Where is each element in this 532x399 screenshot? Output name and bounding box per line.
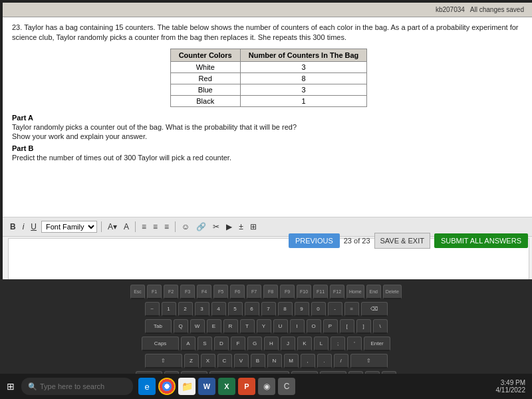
indent-button[interactable]: ≡ bbox=[151, 221, 160, 232]
emoji-button[interactable]: ☺ bbox=[180, 221, 192, 232]
key-f2[interactable]: F2 bbox=[164, 285, 178, 299]
key-f3[interactable]: F3 bbox=[180, 285, 195, 299]
key-f9[interactable]: F9 bbox=[280, 285, 295, 299]
key-w[interactable]: W bbox=[190, 319, 205, 334]
key-v[interactable]: V bbox=[234, 354, 249, 368]
powerpoint-icon[interactable]: P bbox=[238, 378, 255, 395]
key-1[interactable]: 1 bbox=[162, 302, 176, 317]
key-f[interactable]: F bbox=[231, 336, 245, 351]
key-f1[interactable]: F1 bbox=[147, 285, 162, 299]
key-3[interactable]: 3 bbox=[195, 302, 209, 317]
font-family-select[interactable]: Font Family bbox=[41, 221, 97, 233]
key-8[interactable]: 8 bbox=[278, 302, 293, 317]
key-backslash[interactable]: \ bbox=[373, 319, 388, 334]
key-t[interactable]: T bbox=[240, 319, 255, 334]
font-size-button[interactable]: A▾ bbox=[106, 221, 119, 232]
key-q[interactable]: Q bbox=[174, 319, 188, 334]
key-f4[interactable]: F4 bbox=[197, 285, 211, 299]
key-delete[interactable]: Delete bbox=[383, 285, 402, 299]
key-y[interactable]: Y bbox=[257, 319, 271, 334]
key-equals[interactable]: = bbox=[344, 302, 359, 317]
key-5[interactable]: 5 bbox=[228, 302, 243, 317]
key-f12[interactable]: F12 bbox=[330, 285, 344, 299]
key-minus[interactable]: - bbox=[328, 302, 342, 317]
key-o[interactable]: O bbox=[307, 319, 321, 334]
key-n[interactable]: N bbox=[267, 354, 282, 368]
formula-button[interactable]: ± bbox=[237, 221, 245, 232]
key-end[interactable]: End bbox=[366, 285, 381, 299]
key-f6[interactable]: F6 bbox=[230, 285, 245, 299]
cut-button[interactable]: ✂ bbox=[211, 221, 221, 232]
list-button[interactable]: ≡ bbox=[162, 221, 171, 232]
key-esc[interactable]: Esc bbox=[130, 285, 145, 299]
key-tab[interactable]: Tab bbox=[145, 319, 172, 334]
key-comma[interactable]: , bbox=[301, 354, 315, 368]
key-g[interactable]: G bbox=[247, 336, 262, 351]
key-c[interactable]: C bbox=[217, 354, 232, 368]
key-j[interactable]: J bbox=[281, 336, 295, 351]
key-period[interactable]: . bbox=[317, 354, 332, 368]
image-button[interactable]: ▶ bbox=[224, 221, 234, 232]
key-x[interactable]: X bbox=[201, 354, 215, 368]
save-exit-button[interactable]: SAVE & EXIT bbox=[374, 233, 430, 249]
key-lbracket[interactable]: [ bbox=[340, 319, 354, 334]
key-i[interactable]: I bbox=[290, 319, 305, 334]
color-cell: Red bbox=[170, 72, 240, 84]
key-semicolon[interactable]: ; bbox=[331, 336, 345, 351]
underline-button[interactable]: U bbox=[29, 221, 39, 232]
key-7[interactable]: 7 bbox=[261, 302, 276, 317]
excel-icon[interactable]: X bbox=[218, 378, 235, 395]
key-6[interactable]: 6 bbox=[245, 302, 259, 317]
key-tilde[interactable]: ~ bbox=[145, 302, 160, 317]
bold-button[interactable]: B bbox=[8, 221, 18, 232]
chrome-icon[interactable] bbox=[158, 378, 176, 395]
link-button[interactable]: 🔗 bbox=[194, 221, 208, 232]
key-f10[interactable]: F10 bbox=[297, 285, 311, 299]
key-h[interactable]: H bbox=[264, 336, 279, 351]
key-slash[interactable]: / bbox=[334, 354, 348, 368]
key-p[interactable]: P bbox=[323, 319, 338, 334]
key-4[interactable]: 4 bbox=[211, 302, 226, 317]
key-a[interactable]: A bbox=[181, 336, 196, 351]
key-f5[interactable]: F5 bbox=[213, 285, 228, 299]
key-0[interactable]: 0 bbox=[311, 302, 326, 317]
key-caps[interactable]: Caps bbox=[142, 336, 179, 351]
key-m[interactable]: M bbox=[284, 354, 299, 368]
key-z[interactable]: Z bbox=[184, 354, 199, 368]
key-quote[interactable]: ' bbox=[347, 336, 362, 351]
key-l[interactable]: L bbox=[314, 336, 329, 351]
key-d[interactable]: D bbox=[214, 336, 229, 351]
key-enter[interactable]: Enter bbox=[364, 336, 390, 351]
key-u[interactable]: U bbox=[273, 319, 288, 334]
key-f7[interactable]: F7 bbox=[247, 285, 261, 299]
key-2[interactable]: 2 bbox=[178, 302, 193, 317]
key-left-shift[interactable]: ⇧ bbox=[145, 354, 182, 368]
submit-button[interactable]: SUBMIT ALL ANSWERS bbox=[434, 233, 528, 248]
italic-button[interactable]: i bbox=[21, 221, 27, 232]
key-s[interactable]: S bbox=[198, 336, 212, 351]
key-right-shift[interactable]: ⇧ bbox=[350, 354, 388, 368]
search-input[interactable] bbox=[40, 382, 126, 390]
key-r[interactable]: R bbox=[223, 319, 238, 334]
key-k[interactable]: K bbox=[297, 336, 312, 351]
align-left-button[interactable]: ≡ bbox=[140, 221, 148, 232]
word-icon[interactable]: W bbox=[198, 378, 215, 395]
edge-icon[interactable]: e bbox=[138, 378, 156, 395]
key-f8[interactable]: F8 bbox=[263, 285, 278, 299]
key-rbracket[interactable]: ] bbox=[356, 319, 371, 334]
key-e[interactable]: E bbox=[207, 319, 221, 334]
previous-button[interactable]: PREVIOUS bbox=[289, 233, 340, 248]
start-button[interactable]: ⊞ bbox=[3, 380, 19, 393]
taskbar-search-box[interactable]: 🔍 bbox=[21, 378, 133, 395]
file-explorer-icon[interactable]: 📁 bbox=[178, 378, 196, 395]
key-f11[interactable]: F11 bbox=[313, 285, 328, 299]
key-backspace[interactable]: ⌫ bbox=[361, 302, 388, 317]
table-button[interactable]: ⊞ bbox=[248, 221, 259, 232]
font-color-button[interactable]: A bbox=[122, 221, 131, 232]
app-icon-2[interactable]: C bbox=[278, 378, 295, 395]
part-a-instruction: Show your work and explain your answer. bbox=[12, 132, 525, 140]
app-icon-1[interactable]: ◉ bbox=[258, 378, 275, 395]
key-b[interactable]: B bbox=[251, 354, 265, 368]
key-home[interactable]: Home bbox=[346, 285, 364, 299]
key-9[interactable]: 9 bbox=[295, 302, 309, 317]
